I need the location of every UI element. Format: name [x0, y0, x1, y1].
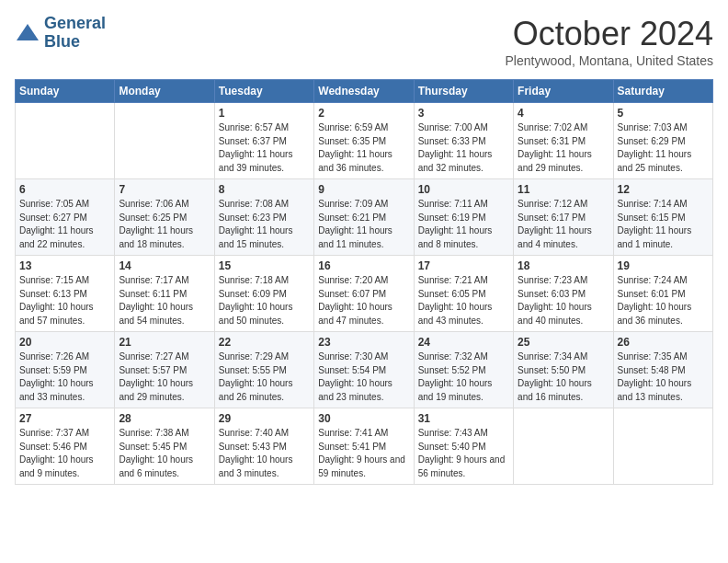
day-info: Sunrise: 7:02 AMSunset: 6:31 PMDaylight:…: [518, 121, 609, 175]
calendar-cell: 20Sunrise: 7:26 AMSunset: 5:59 PMDayligh…: [16, 332, 115, 408]
day-info: Sunrise: 7:09 AMSunset: 6:21 PMDaylight:…: [318, 198, 409, 251]
day-info: Sunrise: 7:15 AMSunset: 6:13 PMDaylight:…: [19, 274, 110, 327]
calendar-cell: 25Sunrise: 7:34 AMSunset: 5:50 PMDayligh…: [514, 332, 613, 408]
calendar-cell: 31Sunrise: 7:43 AMSunset: 5:40 PMDayligh…: [414, 408, 513, 485]
calendar-cell: 28Sunrise: 7:38 AMSunset: 5:45 PMDayligh…: [115, 408, 214, 485]
day-info: Sunrise: 7:38 AMSunset: 5:45 PMDaylight:…: [119, 427, 210, 480]
day-header-wednesday: Wednesday: [314, 80, 414, 103]
calendar-cell: 12Sunrise: 7:14 AMSunset: 6:15 PMDayligh…: [613, 179, 712, 256]
day-header-saturday: Saturday: [613, 80, 712, 103]
day-header-monday: Monday: [115, 80, 214, 103]
day-info: Sunrise: 7:30 AMSunset: 5:54 PMDaylight:…: [318, 350, 409, 404]
calendar-cell: 30Sunrise: 7:41 AMSunset: 5:41 PMDayligh…: [314, 408, 414, 485]
calendar-cell: 22Sunrise: 7:29 AMSunset: 5:55 PMDayligh…: [214, 332, 313, 408]
day-number: 10: [418, 183, 509, 196]
day-number: 4: [518, 107, 609, 120]
day-number: 16: [318, 259, 409, 272]
day-info: Sunrise: 7:41 AMSunset: 5:41 PMDaylight:…: [318, 427, 409, 480]
calendar-cell: 6Sunrise: 7:05 AMSunset: 6:27 PMDaylight…: [16, 179, 115, 256]
day-number: 14: [119, 259, 210, 272]
calendar-cell: 5Sunrise: 7:03 AMSunset: 6:29 PMDaylight…: [613, 103, 712, 179]
title-block: October 2024 Plentywood, Montana, United…: [506, 15, 713, 68]
calendar-cell: 29Sunrise: 7:40 AMSunset: 5:43 PMDayligh…: [214, 408, 313, 485]
location: Plentywood, Montana, United States: [506, 53, 713, 68]
svg-marker-0: [17, 24, 39, 40]
day-info: Sunrise: 7:32 AMSunset: 5:52 PMDaylight:…: [418, 350, 509, 404]
calendar-cell: 2Sunrise: 6:59 AMSunset: 6:35 PMDaylight…: [314, 103, 414, 179]
day-info: Sunrise: 7:00 AMSunset: 6:33 PMDaylight:…: [418, 121, 509, 175]
calendar-body: 1Sunrise: 6:57 AMSunset: 6:37 PMDaylight…: [16, 103, 713, 485]
logo: General Blue: [15, 15, 106, 52]
day-info: Sunrise: 7:27 AMSunset: 5:57 PMDaylight:…: [119, 350, 210, 404]
week-row-1: 1Sunrise: 6:57 AMSunset: 6:37 PMDaylight…: [16, 103, 713, 179]
day-number: 15: [219, 259, 310, 272]
day-number: 19: [618, 259, 709, 272]
calendar-cell: 17Sunrise: 7:21 AMSunset: 6:05 PMDayligh…: [414, 256, 513, 332]
calendar-table: SundayMondayTuesdayWednesdayThursdayFrid…: [15, 79, 713, 485]
calendar-cell: 11Sunrise: 7:12 AMSunset: 6:17 PMDayligh…: [514, 179, 613, 256]
day-info: Sunrise: 7:23 AMSunset: 6:03 PMDaylight:…: [518, 274, 609, 327]
day-number: 7: [119, 183, 210, 196]
day-info: Sunrise: 7:40 AMSunset: 5:43 PMDaylight:…: [219, 427, 310, 480]
day-header-sunday: Sunday: [16, 80, 115, 103]
day-header-thursday: Thursday: [414, 80, 513, 103]
calendar-cell: [514, 408, 613, 485]
day-number: 6: [19, 183, 110, 196]
day-number: 2: [318, 107, 409, 120]
day-number: 25: [518, 336, 609, 349]
calendar-cell: 8Sunrise: 7:08 AMSunset: 6:23 PMDaylight…: [214, 179, 313, 256]
calendar-cell: 3Sunrise: 7:00 AMSunset: 6:33 PMDaylight…: [414, 103, 513, 179]
calendar-cell: 18Sunrise: 7:23 AMSunset: 6:03 PMDayligh…: [514, 256, 613, 332]
calendar-cell: 9Sunrise: 7:09 AMSunset: 6:21 PMDaylight…: [314, 179, 414, 256]
day-number: 27: [19, 412, 110, 425]
day-number: 8: [219, 183, 310, 196]
day-info: Sunrise: 7:21 AMSunset: 6:05 PMDaylight:…: [418, 274, 509, 327]
day-number: 31: [418, 412, 509, 425]
logo-icon: [15, 20, 40, 46]
week-row-4: 20Sunrise: 7:26 AMSunset: 5:59 PMDayligh…: [16, 332, 713, 408]
day-info: Sunrise: 7:34 AMSunset: 5:50 PMDaylight:…: [518, 350, 609, 404]
day-number: 30: [318, 412, 409, 425]
day-number: 29: [219, 412, 310, 425]
day-info: Sunrise: 6:59 AMSunset: 6:35 PMDaylight:…: [318, 121, 409, 175]
day-info: Sunrise: 7:17 AMSunset: 6:11 PMDaylight:…: [119, 274, 210, 327]
calendar-cell: [613, 408, 712, 485]
day-info: Sunrise: 7:26 AMSunset: 5:59 PMDaylight:…: [19, 350, 110, 404]
calendar-cell: 14Sunrise: 7:17 AMSunset: 6:11 PMDayligh…: [115, 256, 214, 332]
week-row-5: 27Sunrise: 7:37 AMSunset: 5:46 PMDayligh…: [16, 408, 713, 485]
week-row-2: 6Sunrise: 7:05 AMSunset: 6:27 PMDaylight…: [16, 179, 713, 256]
calendar-cell: 13Sunrise: 7:15 AMSunset: 6:13 PMDayligh…: [16, 256, 115, 332]
calendar-cell: 19Sunrise: 7:24 AMSunset: 6:01 PMDayligh…: [613, 256, 712, 332]
day-number: 12: [618, 183, 709, 196]
day-number: 1: [219, 107, 310, 120]
calendar-cell: 10Sunrise: 7:11 AMSunset: 6:19 PMDayligh…: [414, 179, 513, 256]
day-info: Sunrise: 7:08 AMSunset: 6:23 PMDaylight:…: [219, 198, 310, 251]
day-info: Sunrise: 7:37 AMSunset: 5:46 PMDaylight:…: [19, 427, 110, 480]
day-number: 17: [418, 259, 509, 272]
day-header-friday: Friday: [514, 80, 613, 103]
day-info: Sunrise: 7:24 AMSunset: 6:01 PMDaylight:…: [618, 274, 709, 327]
day-number: 11: [518, 183, 609, 196]
calendar-cell: 23Sunrise: 7:30 AMSunset: 5:54 PMDayligh…: [314, 332, 414, 408]
calendar-cell: 7Sunrise: 7:06 AMSunset: 6:25 PMDaylight…: [115, 179, 214, 256]
day-number: 28: [119, 412, 210, 425]
calendar-cell: 21Sunrise: 7:27 AMSunset: 5:57 PMDayligh…: [115, 332, 214, 408]
day-header-tuesday: Tuesday: [214, 80, 313, 103]
day-info: Sunrise: 6:57 AMSunset: 6:37 PMDaylight:…: [219, 121, 310, 175]
day-number: 24: [418, 336, 509, 349]
day-info: Sunrise: 7:14 AMSunset: 6:15 PMDaylight:…: [618, 198, 709, 251]
calendar-cell: 27Sunrise: 7:37 AMSunset: 5:46 PMDayligh…: [16, 408, 115, 485]
calendar-cell: 4Sunrise: 7:02 AMSunset: 6:31 PMDaylight…: [514, 103, 613, 179]
day-number: 26: [618, 336, 709, 349]
calendar-cell: 26Sunrise: 7:35 AMSunset: 5:48 PMDayligh…: [613, 332, 712, 408]
calendar-header-row: SundayMondayTuesdayWednesdayThursdayFrid…: [16, 80, 713, 103]
day-info: Sunrise: 7:06 AMSunset: 6:25 PMDaylight:…: [119, 198, 210, 251]
calendar-cell: [115, 103, 214, 179]
day-number: 18: [518, 259, 609, 272]
logo-text: General Blue: [44, 15, 106, 52]
day-number: 3: [418, 107, 509, 120]
calendar-cell: [16, 103, 115, 179]
day-number: 22: [219, 336, 310, 349]
calendar-cell: 24Sunrise: 7:32 AMSunset: 5:52 PMDayligh…: [414, 332, 513, 408]
day-info: Sunrise: 7:05 AMSunset: 6:27 PMDaylight:…: [19, 198, 110, 251]
